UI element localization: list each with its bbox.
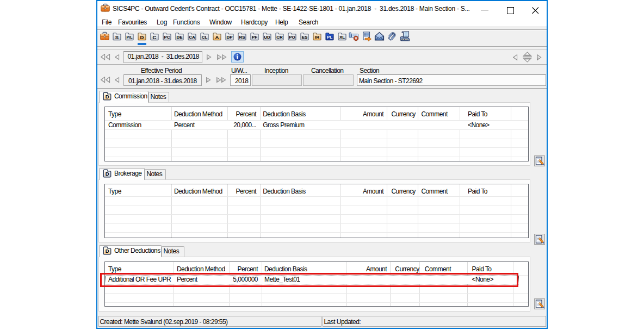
svg-text:D: D [106, 248, 109, 254]
svg-text:PC: PC [164, 35, 170, 40]
svg-text:D: D [106, 171, 109, 177]
svg-text:DP: DP [226, 35, 233, 40]
svg-text:D: D [106, 94, 109, 99]
svg-text:IR: IR [315, 35, 319, 40]
svg-text:CR: CR [276, 35, 283, 40]
svg-text:C: C [153, 34, 157, 40]
svg-text:UD: UD [264, 35, 270, 40]
svg-text:DE: DE [176, 35, 183, 40]
svg-text:CA: CA [189, 35, 195, 40]
svg-text:S: S [115, 34, 119, 40]
svg-text:PL: PL [327, 35, 332, 40]
svg-text:PO: PO [289, 35, 295, 40]
svg-text:D: D [140, 34, 144, 40]
svg-text:RS: RS [239, 35, 245, 40]
svg-text:XL: XL [339, 35, 345, 40]
svg-text:PF: PF [252, 35, 257, 40]
svg-text:P/L: P/L [127, 35, 133, 39]
svg-text:A: A [215, 34, 219, 40]
svg-text:ES: ES [302, 35, 308, 40]
svg-text:CL: CL [202, 35, 208, 40]
